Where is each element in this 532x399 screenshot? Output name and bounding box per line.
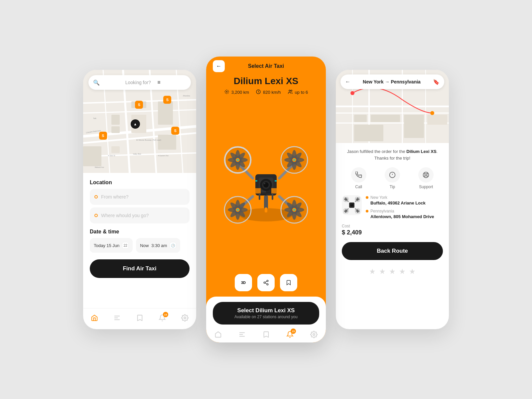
time-chip[interactable]: Now 3:30 am 🕐 bbox=[136, 238, 180, 253]
svg-point-65 bbox=[293, 209, 295, 211]
to-dot bbox=[366, 210, 368, 212]
svg-point-28 bbox=[226, 91, 227, 92]
screen-back-route: ← New York → Pennsylvania 🔖 Jason fulfil… bbox=[336, 70, 449, 329]
star-5[interactable]: ★ bbox=[409, 267, 416, 276]
range-icon bbox=[224, 89, 229, 95]
svg-point-44 bbox=[237, 159, 239, 161]
from-input[interactable]: From where? bbox=[90, 189, 190, 205]
svg-rect-79 bbox=[272, 193, 273, 200]
date-chip[interactable]: Today 15 Jun 22 bbox=[90, 238, 133, 253]
svg-rect-14 bbox=[158, 101, 173, 125]
bookmark-icon[interactable]: 🔖 bbox=[433, 79, 440, 85]
spec-range: 3,200 km bbox=[224, 89, 249, 95]
share-button[interactable] bbox=[257, 274, 275, 291]
drone-illustration bbox=[219, 138, 313, 231]
find-air-taxi-button[interactable]: Find Air Taxi bbox=[90, 259, 190, 278]
time-value: 3:30 am bbox=[151, 243, 167, 248]
svg-rect-81 bbox=[275, 180, 277, 182]
from-address: Buffalo, 49362 Ariane Lock bbox=[366, 200, 443, 205]
svg-rect-96 bbox=[354, 125, 383, 141]
filter-icon: ≡ bbox=[157, 79, 186, 85]
nav2-route[interactable] bbox=[237, 330, 247, 339]
screen-find-taxi: Lincoln Park Ave Taft Alhambra El Monte … bbox=[83, 70, 196, 329]
map-area-3: ← New York → Pennsylvania 🔖 bbox=[336, 70, 449, 143]
star-2[interactable]: ★ bbox=[379, 267, 386, 276]
nav-route[interactable] bbox=[112, 313, 122, 323]
action-row: Call Tip bbox=[342, 166, 443, 191]
star-3[interactable]: ★ bbox=[389, 267, 396, 276]
capacity-icon bbox=[288, 89, 293, 95]
back-small-button[interactable]: ← bbox=[345, 79, 350, 85]
svg-rect-97 bbox=[404, 115, 424, 138]
to-input[interactable]: Where whould you go? bbox=[90, 207, 190, 223]
from-city: New York bbox=[366, 195, 443, 200]
svg-rect-68 bbox=[255, 188, 261, 194]
svg-text:El Monte Busway (Toll road): El Monte Busway (Toll road) bbox=[136, 139, 161, 141]
svg-rect-77 bbox=[265, 207, 267, 212]
svg-rect-69 bbox=[261, 194, 266, 196]
svg-point-31 bbox=[291, 90, 292, 91]
svg-point-75 bbox=[264, 183, 265, 184]
nav-notifications[interactable]: 15 bbox=[158, 313, 167, 323]
nav-bookmark[interactable] bbox=[135, 313, 144, 323]
calendar-icon: 22 bbox=[122, 242, 129, 249]
save-button[interactable] bbox=[280, 274, 297, 291]
search-placeholder: Looking for? bbox=[125, 80, 154, 85]
nav2-settings[interactable] bbox=[309, 330, 319, 339]
back-button[interactable]: ← bbox=[213, 60, 225, 72]
to-dot bbox=[94, 214, 98, 217]
nav2-home[interactable] bbox=[213, 330, 223, 339]
svg-rect-16 bbox=[83, 146, 101, 166]
rating-stars[interactable]: ★ ★ ★ ★ ★ bbox=[342, 265, 443, 281]
select-taxi-button[interactable]: Select Dilium Lexi XS Available on 27 st… bbox=[213, 302, 319, 325]
svg-point-123 bbox=[357, 209, 358, 213]
route-to: Pennsylvania Allentown, 805 Mohamed Driv… bbox=[366, 209, 443, 219]
nav2-bookmark[interactable] bbox=[261, 330, 271, 339]
svg-rect-80 bbox=[255, 180, 257, 182]
nav-settings[interactable] bbox=[180, 313, 190, 323]
screen2-bottom-nav: 15 bbox=[206, 330, 326, 339]
svg-text:Alhambra: Alhambra bbox=[183, 95, 190, 97]
star-4[interactable]: ★ bbox=[399, 267, 406, 276]
drone-thumbnail bbox=[342, 195, 362, 215]
star-1[interactable]: ★ bbox=[369, 267, 376, 276]
map-pin-2: S bbox=[163, 96, 171, 104]
svg-point-82 bbox=[267, 280, 268, 282]
spec-capacity: up to 6 bbox=[288, 89, 308, 95]
support-icon bbox=[418, 167, 434, 183]
nav2-notifications[interactable]: 15 bbox=[285, 330, 295, 339]
back-route-button[interactable]: Back Route bbox=[342, 242, 443, 260]
svg-point-120 bbox=[345, 209, 346, 213]
datetime-section: Date & time Today 15 Jun 22 Now 3:30 am … bbox=[90, 229, 190, 253]
location-label: Location bbox=[90, 180, 190, 186]
svg-rect-98 bbox=[427, 115, 447, 125]
svg-point-127 bbox=[351, 204, 352, 205]
svg-rect-71 bbox=[271, 188, 277, 194]
screen1-body: Location From where? Where whould you go… bbox=[83, 173, 196, 303]
svg-point-102 bbox=[425, 174, 427, 176]
search-bar[interactable]: 🔍 Looking for? ≡ bbox=[88, 75, 191, 90]
support-label: Support bbox=[419, 185, 433, 189]
svg-line-104 bbox=[427, 176, 428, 177]
map-pin-4: S bbox=[99, 132, 107, 140]
svg-text:N Solo St: N Solo St bbox=[108, 155, 115, 157]
svg-rect-10 bbox=[111, 115, 120, 125]
svg-text:Valley Blvd: Valley Blvd bbox=[133, 153, 141, 155]
nav-home[interactable] bbox=[90, 313, 99, 323]
notification-badge-2: 15 bbox=[291, 329, 296, 334]
svg-rect-76 bbox=[264, 196, 268, 209]
from-dot bbox=[94, 195, 98, 199]
screen2-header: ← Select Air Taxi bbox=[206, 57, 326, 72]
from-placeholder: From where? bbox=[101, 194, 128, 200]
support-action[interactable]: Support bbox=[418, 167, 434, 189]
view-3d-button[interactable]: 3D bbox=[235, 274, 252, 291]
svg-rect-78 bbox=[259, 193, 260, 200]
svg-rect-94 bbox=[354, 115, 367, 122]
bottom-nav-1: 15 bbox=[83, 308, 196, 329]
svg-text:Wabash Ave: Wabash Ave bbox=[95, 166, 104, 168]
to-placeholder: Where whould you go? bbox=[101, 213, 149, 218]
svg-point-100 bbox=[430, 111, 434, 115]
tip-action[interactable]: Tip bbox=[385, 167, 400, 189]
to-city: Pennsylvania bbox=[366, 209, 443, 213]
call-action[interactable]: Call bbox=[351, 167, 366, 189]
